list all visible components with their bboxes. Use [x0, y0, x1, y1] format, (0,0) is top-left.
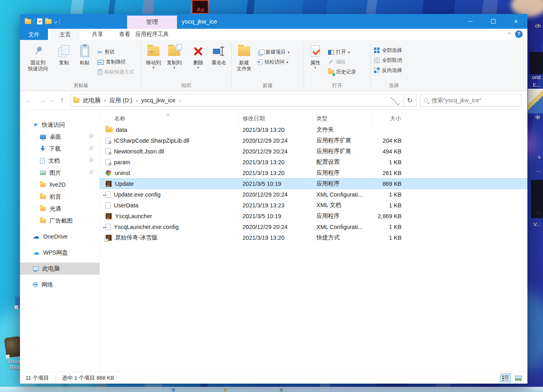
paste-shortcut-icon	[97, 70, 102, 75]
tab-home[interactable]: 主页	[51, 29, 79, 40]
forward-button[interactable]: →	[38, 96, 48, 104]
up-button[interactable]: ↑	[57, 96, 67, 104]
tab-share[interactable]: 共享	[84, 29, 111, 40]
table-row[interactable]: UserData2021/3/19 13:23XML 文档1 KB	[100, 200, 527, 211]
column-header-type[interactable]: 类型	[312, 113, 372, 124]
selection-info: 选中 1 个项目 868 KB	[62, 374, 114, 382]
sidebar-item[interactable]: ☁WPS网盘	[20, 247, 99, 259]
table-row[interactable]: Update2021/3/5 10:19应用程序869 KB	[100, 178, 527, 189]
sidebar-item[interactable]: ★快速访问	[20, 119, 99, 131]
table-row[interactable]: ⚙ICSharpCode.SharpZipLib.dll2020/12/29 2…	[100, 135, 527, 146]
help-icon[interactable]: ?	[515, 30, 523, 38]
file-list-body: data2021/3/19 13:20文件夹⚙ICSharpCode.Sharp…	[100, 124, 527, 243]
tab-app-tools[interactable]: 应用程序工具	[127, 29, 177, 40]
cell-size: 494 KB	[372, 148, 406, 155]
chevron-down-icon[interactable]	[54, 20, 57, 23]
table-row[interactable]: data2021/3/19 13:20文件夹	[100, 124, 527, 135]
collapse-ribbon-icon[interactable]	[508, 32, 511, 36]
column-header-size[interactable]: 大小	[372, 113, 406, 124]
select-all-button[interactable]: 全部选择	[372, 46, 404, 56]
folder-icon[interactable]	[25, 19, 31, 24]
new-item-button[interactable]: 新建项目▾	[256, 47, 292, 57]
sidebar-item[interactable]: 下载	[20, 143, 99, 155]
pin-icon[interactable]	[88, 169, 94, 176]
breadcrumb-item[interactable]: 应用 (D:)	[107, 97, 135, 104]
tab-file[interactable]: 文件	[20, 29, 48, 40]
properties-button[interactable]: 属性▾	[305, 42, 326, 69]
sidebar-item[interactable]: ☁OneDrive	[20, 231, 99, 243]
ribbon: 固定到 快速访问 复制 粘贴 ✂ 剪切 复制路	[20, 40, 527, 91]
desktop-icon-fragment	[528, 89, 543, 113]
new-folder-button[interactable]: 新建 文件夹	[233, 42, 256, 72]
move-to-button[interactable]: ← 移动到▾	[143, 42, 164, 69]
recent-locations-icon[interactable]	[51, 99, 54, 102]
cell-date: 2021/3/19 13:20	[239, 235, 312, 241]
sidebar-item-label: 网络	[42, 281, 53, 289]
desktop-icon-fragment	[531, 180, 543, 218]
pin-icon[interactable]	[88, 145, 94, 152]
maximize-button[interactable]	[482, 14, 505, 29]
sidebar-item[interactable]: live2D	[20, 179, 99, 191]
table-row[interactable]: ↗原始传奇-冰雪版2021/3/19 13:20快捷方式1 KB	[100, 232, 527, 243]
paste-shortcut-button[interactable]: 粘贴快捷方式	[95, 67, 137, 77]
pin-icon[interactable]	[88, 133, 94, 140]
address-dropdown-icon[interactable]	[390, 96, 400, 105]
sidebar-item[interactable]: 此电脑	[20, 263, 99, 275]
table-row[interactable]: YscqLauncher2021/3/5 10:19应用程序2,869 KB	[100, 211, 527, 221]
paste-button[interactable]: 粘贴	[74, 42, 95, 66]
star-icon: ★	[33, 121, 38, 128]
table-row[interactable]: uninst2021/3/19 13:20应用程序261 KB	[100, 167, 527, 178]
open-button[interactable]: 打开▾	[326, 47, 358, 57]
column-header-date[interactable]: 修改日期	[239, 113, 312, 124]
breadcrumb-separator-icon[interactable]: ›	[135, 98, 138, 103]
search-input[interactable]	[432, 97, 518, 103]
column-header-name[interactable]: 名称	[100, 113, 239, 124]
cell-size: 2,869 KB	[372, 213, 406, 219]
navigation-pane: ★快速访问桌面下载文档图片live2D初音光遇广告截图☁OneDrive☁WPS…	[20, 110, 100, 372]
refresh-button[interactable]: ↻	[403, 94, 417, 107]
minimize-button[interactable]	[459, 14, 482, 29]
file-name: UserData	[114, 202, 138, 209]
tab-manage[interactable]: 管理	[127, 16, 177, 29]
breadcrumb-separator-icon[interactable]: ›	[178, 98, 181, 103]
sidebar-item[interactable]: 桌面	[20, 131, 99, 143]
select-none-button[interactable]: 全部取消	[372, 56, 404, 66]
table-row[interactable]: ↩Update.exe.config2020/12/29 20:24XML Co…	[100, 189, 527, 200]
details-view-button[interactable]	[500, 374, 511, 382]
sidebar-item-label: 图片	[50, 169, 61, 177]
pin-icon[interactable]	[88, 157, 94, 164]
shortcut-arrow-icon: ↗	[6, 354, 10, 359]
breadcrumb[interactable]: 此电脑›应用 (D:)›yscq_jkw_ice›	[70, 94, 404, 107]
file-icon-xmlconfig: ↩	[105, 191, 111, 198]
new-folder-icon[interactable]	[45, 19, 52, 24]
taskbar[interactable]	[0, 387, 543, 392]
properties-icon[interactable]	[37, 18, 42, 24]
sidebar-item[interactable]: 光遇	[20, 203, 99, 215]
cut-button[interactable]: ✂ 剪切	[95, 47, 137, 57]
copy-button[interactable]: 复制	[54, 42, 74, 66]
table-row[interactable]: ⚙param2021/3/19 13:20配置设置1 KB	[100, 157, 527, 167]
table-row[interactable]: ↩YscqLauncher.exe.config2020/12/29 20:24…	[100, 221, 527, 232]
breadcrumb-item[interactable]: 此电脑	[80, 97, 103, 104]
back-button[interactable]: ←	[24, 96, 34, 104]
sidebar-item[interactable]: 初音	[20, 191, 99, 203]
table-row[interactable]: ⚙Newtonsoft.Json.dll2020/12/29 20:24应用程序…	[100, 146, 527, 157]
copy-path-button[interactable]: 复制路径	[95, 57, 137, 67]
breadcrumb-item[interactable]: yscq_jkw_ice	[138, 97, 178, 103]
invert-selection-button[interactable]: 反向选择	[372, 66, 404, 76]
thumbnail-view-button[interactable]	[513, 374, 523, 382]
breadcrumb-separator-icon[interactable]: ›	[103, 98, 107, 103]
history-button[interactable]: 历史记录	[326, 67, 358, 77]
file-name: data	[116, 127, 127, 133]
sidebar-item[interactable]: 图片	[20, 167, 99, 179]
delete-button[interactable]: 删除▾	[188, 42, 209, 69]
copy-to-button[interactable]: 复制到▾	[164, 42, 185, 69]
pin-to-quick-access-button[interactable]: 固定到 快速访问	[22, 42, 54, 72]
close-button[interactable]: ×	[505, 14, 527, 29]
sidebar-item[interactable]: 广告截图	[20, 215, 99, 227]
sidebar-item[interactable]: 文档	[20, 155, 99, 167]
rename-button[interactable]: 重命名	[209, 42, 229, 66]
easy-access-button[interactable]: 轻松访问▾	[256, 57, 292, 67]
sidebar-item[interactable]: 网络	[20, 279, 99, 291]
edit-button[interactable]: 编辑	[326, 57, 358, 67]
